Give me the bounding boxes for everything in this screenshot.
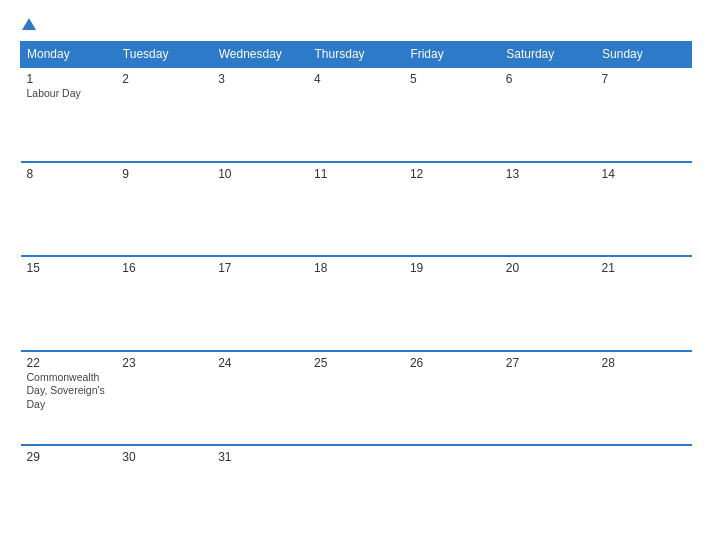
day-number: 5 bbox=[410, 72, 494, 86]
calendar-cell: 24 bbox=[212, 351, 308, 446]
calendar-cell: 14 bbox=[596, 162, 692, 257]
day-number: 27 bbox=[506, 356, 590, 370]
day-number: 25 bbox=[314, 356, 398, 370]
header bbox=[20, 18, 692, 31]
calendar-cell bbox=[500, 445, 596, 540]
calendar-cell: 3 bbox=[212, 67, 308, 162]
calendar-cell: 11 bbox=[308, 162, 404, 257]
day-number: 14 bbox=[602, 167, 686, 181]
calendar-cell: 16 bbox=[116, 256, 212, 351]
event-label: Labour Day bbox=[27, 87, 111, 101]
calendar-cell: 29 bbox=[21, 445, 117, 540]
day-number: 30 bbox=[122, 450, 206, 464]
calendar-cell: 12 bbox=[404, 162, 500, 257]
col-header-sunday: Sunday bbox=[596, 42, 692, 68]
calendar-cell: 10 bbox=[212, 162, 308, 257]
day-number: 7 bbox=[602, 72, 686, 86]
calendar-cell: 21 bbox=[596, 256, 692, 351]
calendar-cell: 20 bbox=[500, 256, 596, 351]
logo-text bbox=[20, 18, 36, 31]
calendar-header-row: MondayTuesdayWednesdayThursdayFridaySatu… bbox=[21, 42, 692, 68]
day-number: 13 bbox=[506, 167, 590, 181]
col-header-saturday: Saturday bbox=[500, 42, 596, 68]
calendar-cell: 28 bbox=[596, 351, 692, 446]
calendar-cell bbox=[404, 445, 500, 540]
calendar-week-row: 15161718192021 bbox=[21, 256, 692, 351]
calendar-cell: 8 bbox=[21, 162, 117, 257]
day-number: 23 bbox=[122, 356, 206, 370]
day-number: 18 bbox=[314, 261, 398, 275]
col-header-thursday: Thursday bbox=[308, 42, 404, 68]
calendar-cell: 6 bbox=[500, 67, 596, 162]
day-number: 3 bbox=[218, 72, 302, 86]
calendar-cell: 23 bbox=[116, 351, 212, 446]
calendar-cell bbox=[596, 445, 692, 540]
calendar-week-row: 891011121314 bbox=[21, 162, 692, 257]
calendar-cell: 15 bbox=[21, 256, 117, 351]
calendar-cell: 2 bbox=[116, 67, 212, 162]
calendar-week-row: 1Labour Day234567 bbox=[21, 67, 692, 162]
day-number: 6 bbox=[506, 72, 590, 86]
day-number: 26 bbox=[410, 356, 494, 370]
day-number: 21 bbox=[602, 261, 686, 275]
day-number: 4 bbox=[314, 72, 398, 86]
day-number: 28 bbox=[602, 356, 686, 370]
page: MondayTuesdayWednesdayThursdayFridaySatu… bbox=[0, 0, 712, 550]
col-header-friday: Friday bbox=[404, 42, 500, 68]
calendar-cell: 18 bbox=[308, 256, 404, 351]
col-header-wednesday: Wednesday bbox=[212, 42, 308, 68]
day-number: 15 bbox=[27, 261, 111, 275]
calendar-week-row: 293031 bbox=[21, 445, 692, 540]
calendar-cell: 26 bbox=[404, 351, 500, 446]
logo-triangle-icon bbox=[22, 18, 36, 30]
calendar-cell: 31 bbox=[212, 445, 308, 540]
day-number: 31 bbox=[218, 450, 302, 464]
calendar-cell: 27 bbox=[500, 351, 596, 446]
day-number: 11 bbox=[314, 167, 398, 181]
col-header-monday: Monday bbox=[21, 42, 117, 68]
calendar-week-row: 22Commonwealth Day, Sovereign's Day23242… bbox=[21, 351, 692, 446]
day-number: 9 bbox=[122, 167, 206, 181]
calendar-cell: 5 bbox=[404, 67, 500, 162]
day-number: 24 bbox=[218, 356, 302, 370]
calendar-cell: 9 bbox=[116, 162, 212, 257]
event-label: Commonwealth Day, Sovereign's Day bbox=[27, 371, 111, 412]
calendar-cell: 25 bbox=[308, 351, 404, 446]
day-number: 29 bbox=[27, 450, 111, 464]
day-number: 1 bbox=[27, 72, 111, 86]
day-number: 20 bbox=[506, 261, 590, 275]
calendar-cell: 17 bbox=[212, 256, 308, 351]
day-number: 16 bbox=[122, 261, 206, 275]
day-number: 10 bbox=[218, 167, 302, 181]
day-number: 12 bbox=[410, 167, 494, 181]
logo bbox=[20, 18, 36, 31]
day-number: 2 bbox=[122, 72, 206, 86]
calendar-cell: 22Commonwealth Day, Sovereign's Day bbox=[21, 351, 117, 446]
calendar-cell: 19 bbox=[404, 256, 500, 351]
day-number: 19 bbox=[410, 261, 494, 275]
calendar-cell: 4 bbox=[308, 67, 404, 162]
logo-row1 bbox=[20, 18, 36, 31]
calendar-cell bbox=[308, 445, 404, 540]
col-header-tuesday: Tuesday bbox=[116, 42, 212, 68]
day-number: 17 bbox=[218, 261, 302, 275]
calendar-cell: 7 bbox=[596, 67, 692, 162]
day-number: 22 bbox=[27, 356, 111, 370]
calendar-body: 1Labour Day23456789101112131415161718192… bbox=[21, 67, 692, 540]
calendar-cell: 30 bbox=[116, 445, 212, 540]
calendar-cell: 13 bbox=[500, 162, 596, 257]
day-number: 8 bbox=[27, 167, 111, 181]
calendar-table: MondayTuesdayWednesdayThursdayFridaySatu… bbox=[20, 41, 692, 540]
calendar-cell: 1Labour Day bbox=[21, 67, 117, 162]
